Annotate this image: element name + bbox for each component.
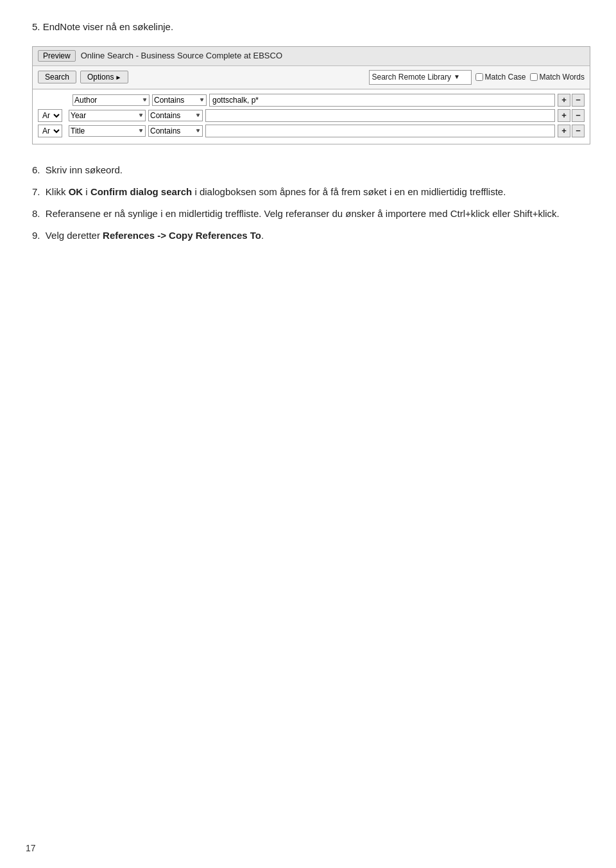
options-button[interactable]: Options ► [80, 71, 128, 83]
row1-add-button[interactable]: + [558, 94, 570, 107]
row1-remove-button[interactable]: − [572, 94, 585, 107]
options-arrow-icon: ► [115, 74, 121, 81]
dialog-toolbar: Search Options ► Search Remote Library ▼… [33, 66, 590, 89]
row2-cond-wrap[interactable]: Contains ▼ [148, 110, 203, 121]
remote-library-chevron-icon: ▼ [454, 72, 460, 82]
match-case-checkbox-label[interactable]: Match Case [475, 71, 526, 83]
row2-connector[interactable]: And [38, 109, 66, 122]
row3-remove-button[interactable]: − [572, 125, 585, 137]
step6-text: 6. Skriv inn søkeord. [32, 162, 584, 178]
dialog-title: Online Search - Business Source Complete… [81, 49, 282, 63]
row2-cond-select[interactable]: Contains [148, 110, 203, 121]
row1-field-select[interactable]: Author [73, 94, 150, 106]
remote-library-select[interactable]: Search Remote Library ▼ [369, 70, 472, 85]
row3-field-select[interactable]: Title [69, 125, 146, 137]
step9-text: 9. Velg deretter References -> Copy Refe… [32, 228, 584, 243]
match-case-checkbox[interactable] [475, 73, 483, 81]
row3-connector-select[interactable]: And [38, 125, 62, 137]
step8-text: 8. Referansene er nå synlige i en midler… [32, 206, 584, 221]
row3-add-button[interactable]: + [558, 125, 570, 137]
row2-add-button[interactable]: + [558, 109, 570, 122]
search-row-3: And Title ▼ Contains ▼ + − [38, 125, 585, 137]
row2-search-input[interactable] [205, 109, 555, 122]
row3-connector[interactable]: And [38, 125, 66, 137]
step5-heading: 5. EndNote viser nå en søkelinje. [32, 19, 584, 35]
endnote-dialog: Preview Online Search - Business Source … [32, 46, 590, 144]
row1-search-input[interactable] [209, 94, 555, 107]
row1-field-wrap[interactable]: Author ▼ [73, 94, 150, 106]
row3-search-input[interactable] [205, 125, 555, 137]
row2-field-select[interactable]: Year [69, 110, 146, 121]
row3-cond-wrap[interactable]: Contains ▼ [148, 125, 203, 137]
match-words-checkbox[interactable] [530, 73, 538, 81]
match-words-checkbox-label[interactable]: Match Words [530, 71, 585, 83]
row3-cond-select[interactable]: Contains [148, 125, 203, 137]
row1-cond-wrap[interactable]: Contains ▼ [152, 94, 207, 106]
row2-buttons: + − [558, 109, 585, 122]
row3-buttons: + − [558, 125, 585, 137]
row2-remove-button[interactable]: − [572, 109, 585, 122]
row1-buttons: + − [558, 94, 585, 107]
dialog-titlebar: Preview Online Search - Business Source … [33, 47, 590, 66]
row2-field-wrap[interactable]: Year ▼ [69, 110, 146, 121]
search-row-2: And Year ▼ Contains ▼ + − [38, 109, 585, 122]
row3-field-wrap[interactable]: Title ▼ [69, 125, 146, 137]
search-button[interactable]: Search [38, 71, 76, 83]
toolbar-right: Search Remote Library ▼ Match Case Match… [369, 70, 585, 85]
row2-connector-select[interactable]: And [38, 109, 62, 122]
search-rows: Author ▼ Contains ▼ + − And [33, 89, 590, 144]
step7-text: 7. Klikk OK i Confirm dialog search i di… [32, 184, 584, 200]
preview-button[interactable]: Preview [38, 50, 76, 62]
search-row-1: Author ▼ Contains ▼ + − [38, 94, 585, 107]
row1-cond-select[interactable]: Contains [152, 94, 207, 106]
